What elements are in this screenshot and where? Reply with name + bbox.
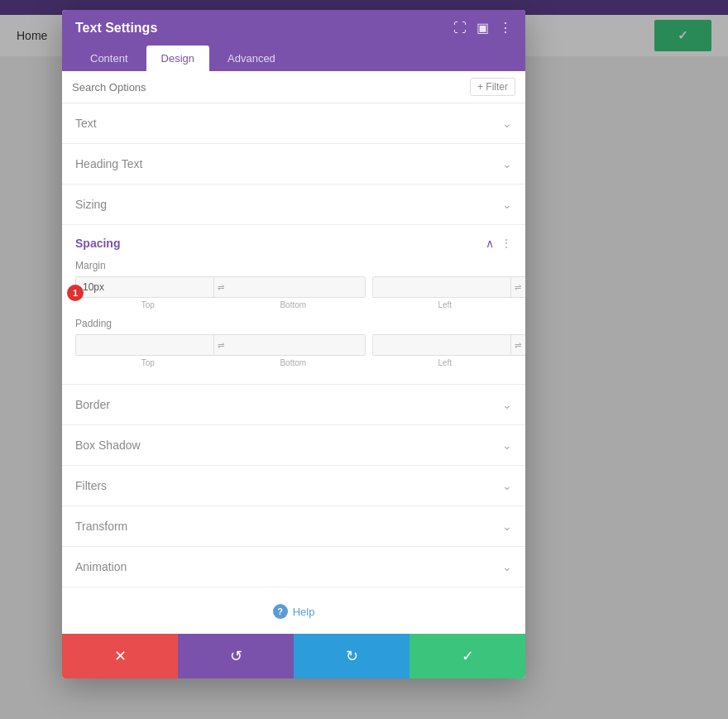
margin-label: Margin [75,260,512,271]
box-shadow-section: Box Shadow ⌄ [62,425,525,466]
transform-section-header[interactable]: Transform ⌄ [62,506,525,546]
padding-top-label: Top [75,358,221,367]
padding-left-right-field: ⇌ [372,334,525,356]
animation-section-header[interactable]: Animation ⌄ [62,547,525,587]
save-button[interactable]: ✓ [410,634,525,678]
animation-section: Animation ⌄ [62,547,525,587]
text-section-header[interactable]: Text ⌄ [62,103,525,143]
padding-right-label: Right [518,358,526,367]
margin-row: 1 ⇌ Top Bottom [75,276,512,309]
cancel-button[interactable]: ✕ [62,634,178,678]
margin-bottom-input[interactable] [228,277,365,297]
more-options-icon[interactable]: ⋮ [500,237,512,250]
padding-label: Padding [75,318,512,329]
help-icon: ? [273,604,288,619]
spacing-section: Spacing ∧ ⋮ Margin 1 ⇌ [62,225,525,385]
redo-button[interactable]: ↻ [294,634,410,678]
header-icons: ⛶ ▣ ⋮ [453,20,512,36]
border-section: Border ⌄ [62,385,525,425]
margin-top-bottom-field: ⇌ [75,276,366,298]
heading-text-section: Heading Text ⌄ [62,144,525,185]
spacing-title: Spacing [75,237,120,250]
padding-top-input[interactable] [76,335,213,355]
chevron-down-icon: ⌄ [502,398,512,411]
margin-top-input[interactable] [76,277,213,297]
spacing-header-icons: ∧ ⋮ [486,237,512,250]
more-icon[interactable]: ⋮ [499,20,512,36]
padding-bottom-label: Bottom [221,358,366,367]
padding-bottom-input[interactable] [228,335,365,355]
margin-top-label: Top [75,300,221,309]
chevron-down-icon: ⌄ [502,560,512,573]
sizing-section: Sizing ⌄ [62,185,525,225]
modal-body: + Filter Text ⌄ Heading Text ⌄ Sizing ⌄ [62,71,525,634]
margin-bottom-label: Bottom [221,300,366,309]
transform-section: Transform ⌄ [62,506,525,547]
link-icon: ⇌ [510,335,524,355]
link-icon: ⇌ [213,277,228,297]
border-section-header[interactable]: Border ⌄ [62,385,525,424]
padding-left-input[interactable] [373,335,510,355]
margin-left-label: Left [372,300,518,309]
help-label: Help [293,606,315,618]
filters-section-header[interactable]: Filters ⌄ [62,466,525,506]
link-icon: ⇌ [510,277,524,297]
filter-button[interactable]: + Filter [470,78,515,96]
search-input[interactable] [72,81,470,93]
filters-section: Filters ⌄ [62,466,525,506]
fullscreen-icon[interactable]: ⛶ [453,21,467,36]
columns-icon[interactable]: ▣ [477,20,489,36]
tab-design[interactable]: Design [146,46,209,71]
chevron-down-icon: ⌄ [502,439,512,452]
margin-badge: 1 [67,285,84,301]
modal-header: Text Settings ⛶ ▣ ⋮ [62,10,525,46]
tab-advanced[interactable]: Advanced [213,46,290,71]
chevron-down-icon: ⌄ [502,520,512,533]
padding-top-bottom-field: ⇌ [75,334,366,356]
chevron-down-icon: ⌄ [502,157,512,170]
text-settings-modal: Text Settings ⛶ ▣ ⋮ Content Design Advan… [62,10,525,678]
padding-right-input[interactable] [524,335,525,355]
margin-left-input[interactable] [373,277,510,297]
spacing-header: Spacing ∧ ⋮ [62,225,525,256]
undo-button[interactable]: ↺ [178,634,294,678]
margin-right-input[interactable] [524,277,525,297]
box-shadow-section-header[interactable]: Box Shadow ⌄ [62,425,525,465]
modal-title: Text Settings [75,21,157,36]
chevron-up-icon[interactable]: ∧ [486,237,494,250]
tab-content[interactable]: Content [75,46,143,71]
margin-right-label: Right [518,300,526,309]
chevron-down-icon: ⌄ [502,198,512,211]
link-icon: ⇌ [213,335,228,355]
heading-text-section-header[interactable]: Heading Text ⌄ [62,144,525,184]
sizing-section-header[interactable]: Sizing ⌄ [62,185,525,224]
padding-row: ⇌ Top Bottom ⇌ [75,334,512,367]
chevron-down-icon: ⌄ [502,117,512,130]
padding-left-label: Left [372,358,518,367]
tabs-bar: Content Design Advanced [62,46,525,71]
chevron-down-icon: ⌄ [502,479,512,492]
modal-footer: ✕ ↺ ↻ ✓ [62,634,525,678]
text-section: Text ⌄ [62,103,525,144]
help-row[interactable]: ? Help [62,587,525,634]
search-bar: + Filter [62,71,525,103]
margin-left-right-field: ⇌ [372,276,525,298]
spacing-content: Margin 1 ⇌ Top Bottom [62,256,525,384]
